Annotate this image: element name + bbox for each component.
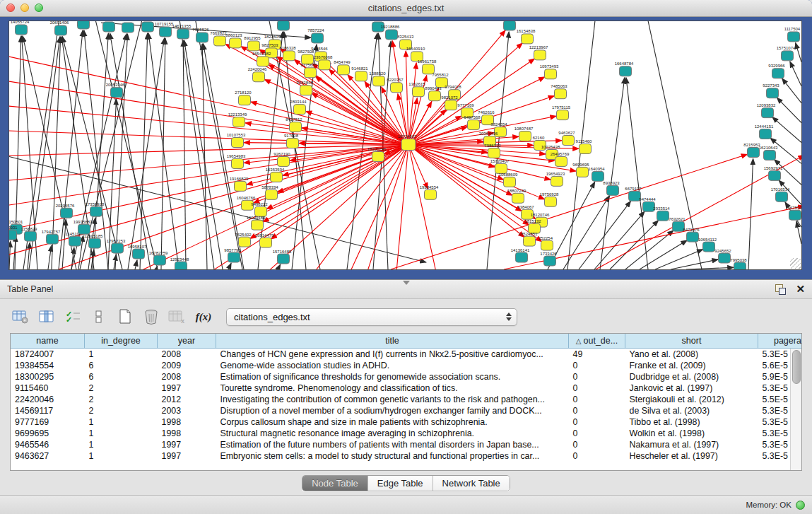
- network-node[interactable]: 9227343: [763, 83, 779, 98]
- network-canvas[interactable]: 1872400788601238912955182260589827503818…: [8, 21, 802, 270]
- table-cell[interactable]: Changes of HCN gene expression and I(f) …: [216, 349, 569, 361]
- network-node[interactable]: 1156829: [21, 227, 38, 241]
- network-node[interactable]: 8427512: [286, 117, 302, 132]
- new-column-icon[interactable]: [114, 307, 136, 327]
- table-cell[interactable]: 2: [85, 382, 158, 394]
- network-node[interactable]: 10973493: [540, 64, 559, 78]
- network-node[interactable]: 1527602: [118, 21, 135, 33]
- table-row[interactable]: 1872400712008Changes of HCN gene express…: [11, 349, 802, 361]
- network-node[interactable]: 17016534: [771, 187, 790, 201]
- tab-edge-table[interactable]: Edge Table: [367, 476, 433, 491]
- table-cell[interactable]: Investigating the contribution of common…: [216, 394, 569, 405]
- table-cell[interactable]: 2008: [158, 371, 216, 382]
- table-cell[interactable]: 18724007: [11, 349, 85, 361]
- network-node[interactable]: 16210643: [759, 146, 778, 160]
- network-node[interactable]: 14671355: [172, 24, 192, 38]
- column-visibility-icon[interactable]: [36, 307, 57, 327]
- network-node[interactable]: 9827508: [298, 49, 314, 64]
- table-cell[interactable]: 1997: [158, 450, 216, 462]
- table-cell[interactable]: Corpus callosum shape and size in male p…: [216, 416, 569, 428]
- network-node[interactable]: 16782759: [149, 251, 168, 265]
- network-graph[interactable]: 1872400788601238912955182260589827503818…: [9, 21, 801, 269]
- network-node[interactable]: 12213349: [228, 112, 247, 127]
- network-node[interactable]: 1117504: [784, 27, 801, 41]
- table-cell[interactable]: de Silva et al. (2003): [625, 405, 758, 416]
- table-cell[interactable]: Wolkin et al. (1998): [625, 428, 758, 439]
- table-cell[interactable]: 2012: [158, 394, 216, 405]
- network-node[interactable]: 917008: [284, 134, 299, 148]
- network-node[interactable]: 7986322: [484, 144, 501, 158]
- network-node[interactable]: 16961758: [418, 59, 437, 74]
- table-cell[interactable]: 1: [85, 439, 158, 450]
- table-row[interactable]: 911546021997Tourette syndrome. Phenomeno…: [11, 382, 802, 394]
- window-titlebar[interactable]: citations_edges.txt: [0, 0, 812, 17]
- table-cell[interactable]: Embryonic stem cells: a model to study s…: [216, 450, 569, 462]
- table-cell[interactable]: Hescheler et al. (1997): [625, 450, 758, 462]
- network-node[interactable]: 19384554: [420, 185, 439, 199]
- network-node[interactable]: 6497568: [464, 115, 481, 129]
- table-cell[interactable]: 9777169: [11, 416, 85, 428]
- table-cell[interactable]: 1998: [158, 428, 216, 439]
- network-node[interactable]: 9146821: [351, 66, 368, 81]
- table-cell[interactable]: Jankovic et al. (1997): [625, 382, 758, 394]
- network-node[interactable]: 9242848: [296, 81, 313, 95]
- table-cell[interactable]: 2003: [158, 405, 216, 416]
- network-node[interactable]: 14569117: [73, 21, 92, 29]
- table-cell[interactable]: 1: [85, 428, 158, 439]
- table-cell[interactable]: 0: [569, 382, 625, 394]
- tab-node-table[interactable]: Node Table: [302, 476, 367, 491]
- network-node[interactable]: 8471676: [683, 228, 700, 242]
- table-row[interactable]: 2242004622012Investigating the contribut…: [11, 394, 802, 405]
- table-cell[interactable]: 0: [569, 416, 625, 428]
- table-row[interactable]: 946554611997Estimation of the future num…: [11, 439, 802, 450]
- network-node[interactable]: 10653267: [98, 21, 117, 32]
- resize-grip-icon[interactable]: [790, 258, 801, 269]
- table-cell[interactable]: 0: [569, 428, 625, 439]
- table-cell[interactable]: 0: [569, 439, 625, 450]
- table-row[interactable]: 977716911998Corpus callosum shape and si…: [11, 416, 802, 428]
- tab-network-table[interactable]: Network Table: [433, 476, 510, 491]
- network-node[interactable]: 2803144: [290, 100, 307, 114]
- table-cell[interactable]: 19384554: [11, 360, 85, 371]
- network-node[interactable]: 18807249: [507, 189, 526, 203]
- network-node[interactable]: 7857224: [307, 28, 324, 42]
- table-cell[interactable]: 1998: [158, 416, 216, 428]
- network-node[interactable]: 8454749: [334, 60, 351, 74]
- network-node[interactable]: 8186328: [279, 46, 296, 60]
- table-cell[interactable]: 9115460: [11, 382, 85, 394]
- network-node[interactable]: 1167533: [786, 206, 801, 220]
- network-node[interactable]: 18524851: [519, 232, 538, 246]
- table-cell[interactable]: 1: [85, 450, 158, 462]
- table-cell[interactable]: 14569117: [11, 405, 85, 416]
- table-cell[interactable]: Disruption of a novel member of a sodium…: [216, 405, 569, 416]
- table-cell[interactable]: Yano et al. (2008): [625, 349, 758, 361]
- table-cell[interactable]: 6: [85, 371, 158, 382]
- table-row[interactable]: 1456911722003Disruption of a novel membe…: [11, 405, 802, 416]
- network-node[interactable]: 14055724: [11, 21, 30, 35]
- table-cell[interactable]: 1997: [158, 382, 216, 394]
- network-node[interactable]: 10719155: [155, 22, 174, 36]
- network-node[interactable]: 19166829: [230, 177, 249, 191]
- function-builder-icon[interactable]: f(x): [193, 307, 214, 327]
- table-cell[interactable]: 1: [85, 349, 158, 361]
- vertical-scrollbar[interactable]: [790, 349, 801, 470]
- column-header-out_de[interactable]: △out_de...: [569, 334, 625, 349]
- table-row[interactable]: 1830029562008Estimation of significance …: [11, 371, 802, 382]
- table-cell[interactable]: 2008: [158, 349, 216, 361]
- table-cell[interactable]: Nakamura et al. (1997): [625, 439, 758, 450]
- table-cell[interactable]: Tourette syndrome. Phenomenology and cla…: [216, 382, 569, 394]
- network-node[interactable]: 8220357: [387, 78, 404, 92]
- network-node[interactable]: 8938923: [603, 181, 620, 195]
- network-node[interactable]: 20691406: [50, 21, 69, 35]
- network-node[interactable]: 16648784: [615, 62, 634, 76]
- table-cell[interactable]: 2: [85, 405, 158, 416]
- table-settings-icon[interactable]: [10, 307, 31, 327]
- network-node[interactable]: 2887682: [500, 21, 517, 30]
- network-node[interactable]: 5878334: [261, 185, 278, 199]
- network-node[interactable]: 9857791: [224, 248, 241, 262]
- column-header-short[interactable]: short: [625, 334, 758, 349]
- network-node[interactable]: 19218886: [381, 25, 400, 39]
- network-node[interactable]: 10688609: [499, 173, 518, 187]
- column-header-pagerank[interactable]: pagerank: [758, 334, 803, 349]
- network-node[interactable]: 9115460: [576, 139, 593, 153]
